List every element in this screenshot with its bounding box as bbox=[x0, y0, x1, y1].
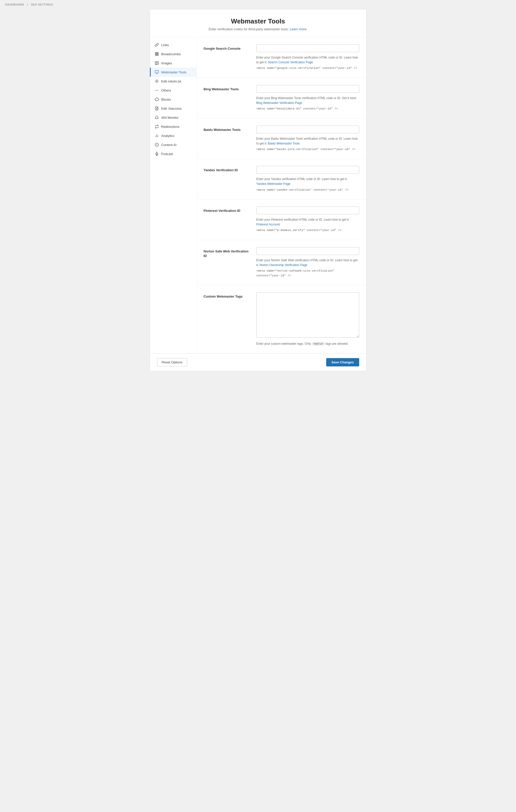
sidebar-item-htaccess[interactable]: Edit .htaccess bbox=[150, 104, 196, 113]
baidu-webmaster-content: Enter your Baidu Webmaster Tools verific… bbox=[256, 125, 359, 152]
sidebar-item-webmaster-label: Webmaster Tools bbox=[161, 70, 186, 74]
bing-webmaster-link[interactable]: Bing Webmaster Verification Page bbox=[256, 101, 302, 105]
pinterest-input[interactable] bbox=[256, 206, 359, 214]
svg-point-10 bbox=[158, 90, 158, 90]
sidebar-item-content-ai-label: Content AI bbox=[161, 143, 177, 147]
pinterest-link[interactable]: Pinterest Account bbox=[256, 223, 280, 226]
svg-marker-12 bbox=[155, 97, 158, 101]
htaccess-icon bbox=[155, 107, 159, 111]
pinterest-label: Pinterest Verification ID bbox=[204, 206, 250, 213]
baidu-webmaster-input[interactable] bbox=[256, 125, 359, 134]
pinterest-content: Enter your Pinterest verification HTML c… bbox=[256, 206, 359, 233]
sidebar-item-podcast[interactable]: Podcast bbox=[150, 149, 196, 158]
baidu-meta-hint: <meta name="baidu-site-verification" con… bbox=[256, 147, 359, 151]
google-search-console-desc: Enter your Google Search Console verific… bbox=[256, 55, 359, 70]
bing-webmaster-input[interactable] bbox=[256, 85, 359, 93]
breadcrumb-separator: / bbox=[27, 3, 28, 6]
custom-webmaster-desc: Enter your custom webmaster tags. Only <… bbox=[256, 342, 359, 346]
sidebar: Links Breadcrumbs Images Webmaster Tools bbox=[150, 37, 196, 353]
bing-webmaster-label: Bing Webmaster Tools bbox=[204, 85, 250, 91]
norton-desc: Enter your Norton Safe Web verification … bbox=[256, 258, 359, 278]
analytics-icon bbox=[155, 134, 159, 138]
learn-more-link[interactable]: Learn more bbox=[290, 27, 306, 31]
sidebar-item-links-label: Links bbox=[161, 43, 169, 47]
sidebar-item-others[interactable]: Others bbox=[150, 86, 196, 95]
sidebar-item-analytics-label: Analytics bbox=[161, 134, 175, 138]
page-description: Enter verification codes for third-party… bbox=[156, 27, 360, 31]
bing-webmaster-section: Bing Webmaster Tools Enter your Bing Web… bbox=[196, 78, 366, 118]
pinterest-section: Pinterest Verification ID Enter your Pin… bbox=[196, 200, 366, 240]
baidu-webmaster-link[interactable]: Baidu Webmaster Tools bbox=[268, 142, 300, 145]
sidebar-item-others-label: Others bbox=[161, 88, 171, 92]
custom-webmaster-textarea[interactable] bbox=[256, 292, 359, 338]
yandex-meta-hint: <meta name='yandex-verification' content… bbox=[256, 187, 359, 192]
sidebar-item-breadcrumbs[interactable]: Breadcrumbs bbox=[150, 50, 196, 58]
bing-meta-hint: <meta name="msvalidate.01" content="your… bbox=[256, 107, 359, 111]
page-title: Webmaster Tools bbox=[156, 18, 360, 25]
sidebar-item-breadcrumbs-label: Breadcrumbs bbox=[161, 52, 181, 56]
custom-webmaster-content: Enter your custom webmaster tags. Only <… bbox=[256, 292, 359, 346]
baidu-webmaster-label: Baidu Webmaster Tools bbox=[204, 125, 250, 132]
norton-section: Norton Safe Web Verification ID Enter yo… bbox=[196, 240, 366, 285]
sidebar-item-blocks[interactable]: Blocks bbox=[150, 95, 196, 104]
breadcrumbs-icon bbox=[155, 52, 159, 56]
sidebar-item-podcast-label: Podcast bbox=[161, 152, 173, 156]
google-search-console-link[interactable]: Search Console Verification Page bbox=[268, 60, 313, 64]
yandex-label: Yandex Verification ID bbox=[204, 166, 250, 173]
svg-rect-2 bbox=[155, 55, 158, 56]
svg-rect-1 bbox=[155, 54, 158, 55]
sidebar-item-404-monitor[interactable]: 404 Monitor bbox=[150, 113, 196, 122]
bing-webmaster-content: Enter your Bing Webmaster Tools verifica… bbox=[256, 85, 359, 111]
meta-tag-code: <meta> bbox=[312, 342, 325, 346]
robots-icon bbox=[155, 79, 159, 83]
sidebar-item-redirections-label: Redirections bbox=[161, 125, 180, 128]
google-search-console-content: Enter your Google Search Console verific… bbox=[256, 45, 359, 70]
webmaster-icon bbox=[155, 70, 159, 74]
page-header: Webmaster Tools Enter verification codes… bbox=[150, 9, 366, 37]
blocks-icon bbox=[155, 97, 159, 102]
breadcrumb-dashboard: DASHBOARD bbox=[5, 3, 24, 6]
norton-meta-hint: <meta name="norton-safeweb-site-verifica… bbox=[256, 268, 359, 278]
norton-link[interactable]: Norton Ownership Verification Page bbox=[260, 263, 307, 267]
baidu-webmaster-desc: Enter your Baidu Webmaster Tools verific… bbox=[256, 137, 359, 152]
redirections-icon bbox=[155, 124, 159, 128]
google-search-console-section: Google Search Console Enter your Google … bbox=[196, 37, 366, 78]
sidebar-item-redirections[interactable]: Redirections bbox=[150, 122, 196, 131]
link-icon bbox=[155, 43, 159, 47]
sidebar-item-images-label: Images bbox=[161, 61, 172, 65]
sidebar-item-analytics[interactable]: Analytics bbox=[150, 131, 196, 140]
sidebar-item-blocks-label: Blocks bbox=[161, 97, 171, 102]
svg-point-4 bbox=[156, 62, 156, 63]
sidebar-item-robots-label: Edit robots.txt bbox=[161, 80, 181, 83]
sidebar-item-images[interactable]: Images bbox=[150, 58, 196, 67]
podcast-icon bbox=[155, 152, 159, 156]
svg-point-8 bbox=[156, 81, 157, 82]
google-search-console-input[interactable] bbox=[256, 45, 359, 52]
yandex-desc: Enter your Yandex verification HTML code… bbox=[256, 177, 359, 192]
sidebar-item-404-label: 404 Monitor bbox=[161, 116, 179, 119]
baidu-webmaster-section: Baidu Webmaster Tools Enter your Baidu W… bbox=[196, 118, 366, 159]
sidebar-item-links[interactable]: Links bbox=[150, 40, 196, 50]
save-button[interactable]: Save Changes bbox=[326, 358, 359, 367]
google-search-console-label: Google Search Console bbox=[204, 45, 250, 51]
pinterest-meta-hint: <meta name="p:domain_verify" content="yo… bbox=[256, 228, 359, 232]
norton-input[interactable] bbox=[256, 247, 359, 255]
svg-point-9 bbox=[156, 90, 157, 90]
sidebar-item-content-ai[interactable]: Content AI bbox=[150, 140, 196, 149]
breadcrumb-bar: DASHBOARD / SEO SETTINGS bbox=[0, 0, 516, 9]
reset-button[interactable]: Reset Options bbox=[157, 358, 187, 367]
footer-bar: Reset Options Save Changes bbox=[150, 353, 366, 371]
main-content: Google Search Console Enter your Google … bbox=[196, 37, 366, 353]
norton-label: Norton Safe Web Verification ID bbox=[204, 247, 250, 258]
yandex-input[interactable] bbox=[256, 166, 359, 174]
yandex-link[interactable]: Yandex.Webmaster Page bbox=[256, 182, 291, 185]
sidebar-item-webmaster-tools[interactable]: Webmaster Tools bbox=[150, 67, 196, 77]
yandex-section: Yandex Verification ID Enter your Yandex… bbox=[196, 159, 366, 200]
monitor-icon bbox=[155, 116, 159, 119]
sidebar-item-edit-robots[interactable]: Edit robots.txt bbox=[150, 77, 196, 86]
breadcrumb-current: SEO SETTINGS bbox=[31, 3, 53, 6]
google-meta-hint: <meta name="google-site-verification" co… bbox=[256, 66, 359, 70]
others-icon bbox=[155, 88, 159, 92]
images-icon bbox=[155, 61, 159, 65]
svg-rect-0 bbox=[155, 53, 158, 53]
